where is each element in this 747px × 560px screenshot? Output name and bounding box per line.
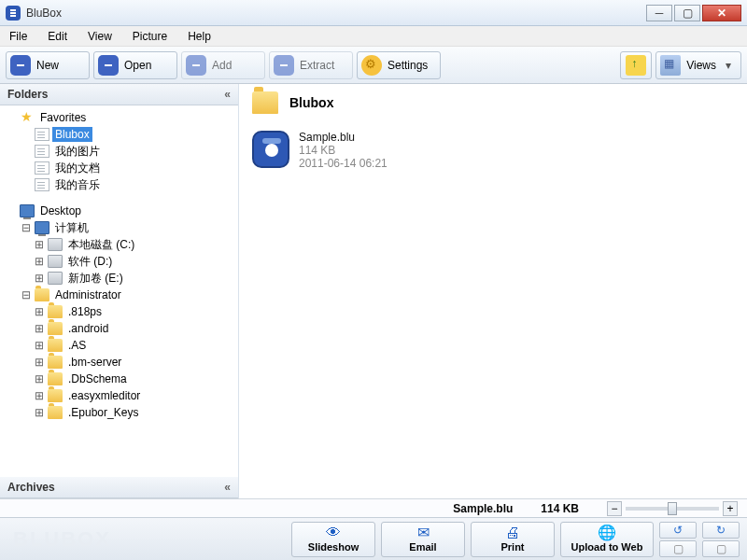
menu-view[interactable]: View: [88, 30, 112, 43]
tree-item[interactable]: ⊞.DbSchema: [2, 371, 236, 387]
expand-icon[interactable]: ⊞: [34, 255, 45, 268]
expand-icon[interactable]: ⊞: [34, 406, 45, 419]
up-arrow-icon: [626, 55, 646, 76]
tree-drive-e[interactable]: ⊞新加卷 (E:): [2, 270, 236, 287]
sidebar: Folders « Favorites Blubox 我的图片 我的文档 我的音…: [0, 84, 239, 498]
action-bar: BLUBOX 👁Slideshow ✉Email 🖨Print 🌐Upload …: [0, 517, 747, 560]
tree-item[interactable]: ⊞.android: [2, 320, 236, 337]
up-folder-button[interactable]: [620, 51, 652, 79]
zoom-slider: − +: [607, 501, 738, 516]
thumb-prev-button[interactable]: ▢: [659, 540, 697, 557]
expand-icon[interactable]: ⊞: [34, 372, 45, 385]
slideshow-button[interactable]: 👁Slideshow: [291, 522, 375, 557]
tree-item-fav2[interactable]: 我的文档: [2, 160, 236, 176]
collapse-archives-icon[interactable]: «: [224, 481, 231, 494]
folder-icon: [48, 372, 63, 385]
envelope-icon: ✉: [417, 525, 430, 540]
tree-item-blubox[interactable]: Blubox: [2, 126, 236, 143]
expand-icon[interactable]: ⊞: [34, 356, 45, 369]
expand-icon[interactable]: ⊞: [34, 305, 45, 318]
zoom-track[interactable]: [626, 507, 719, 511]
extract-icon: [274, 55, 294, 76]
drive-icon: [48, 238, 63, 251]
settings-button[interactable]: Settings: [357, 51, 441, 79]
expand-icon[interactable]: ⊞: [34, 389, 45, 402]
window-title: BluBox: [26, 7, 646, 20]
views-button[interactable]: Views▾: [655, 51, 741, 79]
new-button[interactable]: New: [6, 51, 90, 79]
menu-help[interactable]: Help: [188, 30, 211, 43]
folder-icon: [48, 322, 63, 335]
file-item-sample[interactable]: Sample.blu 114 KB 2011-06-14 06:21: [252, 131, 734, 170]
star-icon: [20, 111, 35, 124]
page-icon: [35, 145, 49, 158]
tree-drive-d[interactable]: ⊞软件 (D:): [2, 253, 236, 270]
chevron-down-icon: ▾: [726, 59, 731, 72]
menu-edit[interactable]: Edit: [48, 30, 67, 43]
add-button[interactable]: Add: [181, 51, 265, 79]
menu-picture[interactable]: Picture: [133, 30, 167, 43]
file-size: 114 KB: [299, 144, 388, 157]
bottom-panel: Sample.blu 114 KB − + BLUBOX 👁Slideshow …: [0, 498, 747, 560]
close-button[interactable]: ✕: [702, 5, 741, 21]
views-label: Views: [686, 59, 716, 72]
page-icon: [35, 128, 49, 141]
title-bar: BluBox ─ ▢ ✕: [0, 0, 747, 26]
menu-bar: File Edit View Picture Help: [0, 26, 747, 47]
extract-label: Extract: [300, 59, 334, 72]
folder-icon: [35, 288, 49, 301]
tree-desktop[interactable]: Desktop: [2, 203, 236, 219]
rotate-right-button[interactable]: ↻: [702, 522, 740, 539]
tree-item[interactable]: ⊞.818ps: [2, 303, 236, 320]
zoom-out-button[interactable]: −: [607, 501, 622, 516]
desktop-icon: [20, 204, 35, 217]
minimize-button[interactable]: ─: [646, 5, 672, 21]
computer-icon: [35, 221, 49, 234]
page-icon: [35, 178, 49, 191]
tree-computer[interactable]: ⊟计算机: [2, 219, 236, 236]
file-list[interactable]: Sample.blu 114 KB 2011-06-14 06:21: [239, 121, 747, 498]
collapse-folders-icon[interactable]: «: [224, 88, 231, 101]
folder-icon: [252, 91, 278, 114]
file-name: Sample.blu: [299, 131, 388, 144]
zoom-in-button[interactable]: +: [723, 501, 738, 516]
folder-icon: [48, 339, 63, 352]
tree-favorites[interactable]: Favorites: [2, 109, 236, 126]
blu-file-icon: [252, 131, 289, 168]
folder-icon: [48, 406, 63, 419]
tree-administrator[interactable]: ⊟Administrator: [2, 287, 236, 303]
new-label: New: [36, 59, 59, 72]
tree-item[interactable]: ⊞.Epubor_Keys: [2, 404, 236, 421]
expand-icon[interactable]: ⊞: [34, 322, 45, 335]
folder-tree: Favorites Blubox 我的图片 我的文档 我的音乐 Desktop …: [0, 105, 238, 477]
file-viewer: Blubox Sample.blu 114 KB 2011-06-14 06:2…: [239, 84, 747, 498]
extract-button[interactable]: Extract: [269, 51, 353, 79]
drive-icon: [48, 272, 63, 285]
brand-watermark: BLUBOX: [7, 527, 111, 552]
file-date: 2011-06-14 06:21: [299, 157, 388, 170]
expand-icon[interactable]: ⊞: [34, 339, 45, 352]
zoom-thumb[interactable]: [668, 502, 677, 515]
expand-icon[interactable]: ⊞: [34, 272, 45, 285]
tree-drive-c[interactable]: ⊞本地磁盘 (C:): [2, 236, 236, 253]
tree-item[interactable]: ⊞.bm-server: [2, 354, 236, 371]
tree-item-fav3[interactable]: 我的音乐: [2, 176, 236, 193]
printer-icon: 🖨: [505, 525, 520, 540]
thumb-next-button[interactable]: ▢: [702, 540, 740, 557]
menu-file[interactable]: File: [9, 30, 27, 43]
collapse-icon[interactable]: ⊟: [21, 221, 32, 234]
print-button[interactable]: 🖨Print: [471, 522, 555, 557]
collapse-icon[interactable]: ⊟: [21, 288, 32, 301]
rotate-left-button[interactable]: ↺: [659, 522, 697, 539]
archives-header-label: Archives: [7, 481, 55, 494]
views-icon: [660, 55, 681, 76]
maximize-button[interactable]: ▢: [674, 5, 700, 21]
upload-button[interactable]: 🌐Upload to Web: [560, 522, 654, 557]
tree-item[interactable]: ⊞.easyxmleditor: [2, 387, 236, 404]
location-title: Blubox: [289, 95, 333, 110]
email-button[interactable]: ✉Email: [381, 522, 465, 557]
open-button[interactable]: Open: [93, 51, 177, 79]
tree-item-fav1[interactable]: 我的图片: [2, 143, 236, 160]
tree-item[interactable]: ⊞.AS: [2, 337, 236, 354]
expand-icon[interactable]: ⊞: [34, 238, 45, 251]
